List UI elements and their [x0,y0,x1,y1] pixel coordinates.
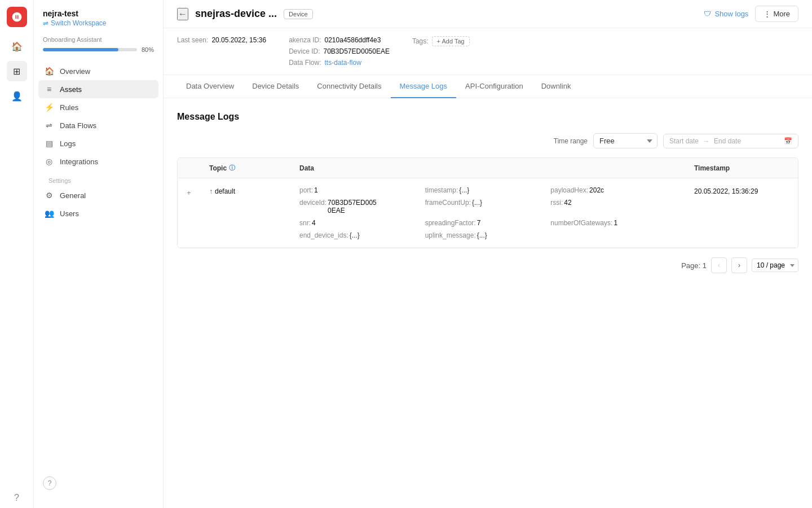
data-pair-timestamp: timestamp: {...} [425,186,551,194]
device-id-label: Device ID: [289,47,320,55]
tab-device-details[interactable]: Device Details [243,75,308,98]
show-logs-button[interactable]: 🛡 Show logs [704,10,748,18]
rail-home-icon[interactable]: 🏠 [7,36,27,56]
add-tag-button[interactable]: + Add Tag [432,36,470,46]
next-page-button[interactable]: › [731,257,747,273]
last-seen-info: Last seen: 20.05.2022, 15:36 [177,36,266,44]
section-title: Message Logs [177,112,798,122]
th-topic-label: Topic [209,164,227,172]
tab-downlink[interactable]: Downlink [532,75,580,98]
th-data-label: Data [299,164,314,172]
help-button[interactable]: ? [43,476,56,490]
data-pair-numgateways: numberOfGateways: 1 [550,219,676,227]
data-pair-uplinkmessage: uplink_message: {...} [425,231,551,239]
end-date-placeholder: End date [714,137,741,145]
settings-group-label: Settings [38,170,158,186]
sidebar-item-general-label: General [60,191,86,200]
icon-rail: 🏠 ⊞ 👤 ? [0,0,34,508]
akenza-id-label: akenza ID: [289,36,321,44]
sidebar-item-logs-label: Logs [60,139,76,148]
info-icon: ⓘ [229,164,235,172]
sidebar-item-overview[interactable]: 🏠 Overview [38,62,158,80]
topbar: ← snejras-device ... Device 🛡 Show logs … [164,0,812,28]
sidebar-item-overview-label: Overview [60,67,90,76]
onboarding-section: Onboarding Assistant 80% [34,36,163,62]
data-pair-deviceid: deviceId: 70B3D57ED0050EAE [299,199,425,214]
data-pair-payloadhex: payloadHex: 202c [550,186,676,194]
th-topic: Topic ⓘ [200,164,290,172]
tab-api-configuration[interactable]: API-Configuration [456,75,532,98]
rail-help-icon[interactable]: ? [7,488,27,508]
sidebar-item-dataflows[interactable]: ⇌ Data Flows [38,116,158,134]
general-icon: ⚙ [44,191,54,200]
time-range-label: Time range [554,137,588,145]
show-logs-label: Show logs [714,10,748,18]
akenza-id-value: 0210a4586ddff4e3 [325,36,381,44]
sidebar-bottom: ? [34,467,163,499]
message-logs-table: Topic ⓘ Data Timestamp + ↑ default [177,157,798,248]
data-flow-link[interactable]: tts-data-flow [325,59,361,67]
device-id-info: Device ID: 70B3D57ED0050EAE [289,47,390,55]
topic-cell: ↑ default [200,178,290,204]
row-expand-button[interactable]: + [178,178,200,206]
switch-icon: ⇌ [43,19,48,27]
sidebar-item-assets-label: Assets [60,85,82,94]
table-row: + ↑ default port: 1 timestamp: {...} p [178,178,798,248]
calendar-icon: 📅 [784,137,792,145]
sidebar-item-users-label: Users [60,209,79,218]
sidebar-item-dataflows-label: Data Flows [60,121,96,130]
device-title: snejras-device ... [195,8,277,20]
more-button[interactable]: ⋮ More [755,6,798,22]
timestamp-value: 20.05.2022, 15:36:29 [694,187,758,195]
time-range-select[interactable]: Free Last hour Last 24h Last 7 days Last… [593,133,657,148]
id-info-group: akenza ID: 0210a4586ddff4e3 Device ID: 7… [289,36,390,67]
topic-name: default [215,187,235,195]
data-flow-label: Data Flow: [289,59,321,67]
last-seen-label: Last seen: [177,36,208,44]
table-header: Topic ⓘ Data Timestamp [178,158,798,178]
tags-info: Tags: + Add Tag [412,36,470,46]
sidebar-item-logs[interactable]: ▤ Logs [38,134,158,152]
rail-assets-icon[interactable]: ⊞ [7,61,27,81]
device-type-badge: Device [284,9,313,19]
shield-icon: 🛡 [704,10,711,18]
back-button[interactable]: ← [177,8,188,20]
rail-user-icon[interactable]: 👤 [7,86,27,106]
sidebar-item-integrations-label: Integrations [60,157,98,166]
more-label: More [773,10,790,18]
topic-direction-icon: ↑ [209,187,213,195]
sidebar-item-integrations[interactable]: ◎ Integrations [38,152,158,170]
data-pair-rssi: rssi: 42 [550,199,676,214]
progress-row: 80% [43,46,154,53]
prev-page-button[interactable]: ‹ [711,257,727,273]
data-pair-spreadingfactor: spreadingFactor: 7 [425,219,551,227]
data-flow-info: Data Flow: tts-data-flow [289,59,390,67]
th-expand [178,164,200,172]
th-data: Data [290,164,685,172]
main-content: ← snejras-device ... Device 🛡 Show logs … [164,0,812,508]
tab-message-logs[interactable]: Message Logs [391,75,457,98]
tab-data-overview[interactable]: Data Overview [177,75,243,98]
date-range-picker[interactable]: Start date → End date 📅 [663,134,798,148]
workspace-name: nejra-test [43,9,154,18]
data-pair-snr: snr: 4 [299,219,425,227]
start-date-placeholder: Start date [669,137,699,145]
page-size-select[interactable]: 10 / page 20 / page 50 / page [752,259,798,272]
data-pair-enddeviceids: end_device_ids: {...} [299,231,425,239]
tabs-row: Data Overview Device Details Connectivit… [164,75,812,98]
sidebar-item-users[interactable]: 👥 Users [38,204,158,222]
data-pair-framecountup: frameCountUp: {...} [425,199,551,214]
tab-connectivity-details[interactable]: Connectivity Details [308,75,390,98]
akenza-id-info: akenza ID: 0210a4586ddff4e3 [289,36,390,44]
sidebar-item-general[interactable]: ⚙ General [38,186,158,204]
pagination: Page: 1 ‹ › 10 / page 20 / page 50 / pag… [177,257,798,273]
logs-icon: ▤ [44,139,54,148]
more-dots-icon: ⋮ [764,10,771,18]
device-info-row: Last seen: 20.05.2022, 15:36 akenza ID: … [164,28,812,75]
progress-bar-fill [43,48,118,51]
switch-workspace-button[interactable]: ⇌ Switch Workspace [43,19,154,27]
sidebar-item-assets[interactable]: ≡ Assets [38,80,158,98]
logo-button[interactable] [7,7,27,27]
nav-section: 🏠 Overview ≡ Assets ⚡ Rules ⇌ Data Flows… [34,62,163,467]
sidebar-item-rules[interactable]: ⚡ Rules [38,98,158,116]
